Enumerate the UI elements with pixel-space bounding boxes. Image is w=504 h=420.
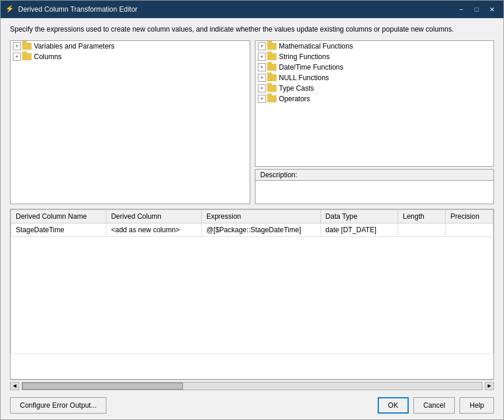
datetime-label: Date/Time Functions xyxy=(279,63,343,71)
typecast-label: Type Casts xyxy=(279,84,314,92)
footer-buttons: Configure Error Output... OK Cancel Help xyxy=(1,391,503,419)
scrollbar-track[interactable] xyxy=(22,382,482,390)
tree-item-typecast[interactable]: + Type Casts xyxy=(256,83,493,94)
left-panel[interactable]: + Variables and Parameters + Columns xyxy=(10,40,250,204)
expand-typecast[interactable]: + xyxy=(258,84,266,92)
cell-expression[interactable]: @[$Package::StageDateTime] xyxy=(201,223,320,237)
expand-null[interactable]: + xyxy=(258,74,266,82)
folder-icon-operators xyxy=(267,95,277,102)
col-header-datatype: Data Type xyxy=(320,210,398,223)
scrollbar-thumb[interactable] xyxy=(22,383,183,390)
math-label: Mathematical Functions xyxy=(279,42,353,50)
expand-datetime[interactable]: + xyxy=(258,63,266,71)
expand-string[interactable]: + xyxy=(258,53,266,61)
data-table: Derived Column Name Derived Column Expre… xyxy=(11,209,493,354)
minimize-button[interactable]: − xyxy=(454,4,468,15)
window-title: Derived Column Transformation Editor xyxy=(18,5,454,13)
cell-length[interactable] xyxy=(398,223,446,237)
table-row-empty[interactable] xyxy=(11,237,493,354)
tree-item-string[interactable]: + String Functions xyxy=(256,51,493,62)
expand-variables[interactable]: + xyxy=(13,42,21,50)
window-controls: − □ ✕ xyxy=(454,4,499,15)
cell-name[interactable]: StageDateTime xyxy=(11,223,106,237)
description-text: Specify the expressions used to create n… xyxy=(1,18,503,40)
operators-label: Operators xyxy=(279,95,310,103)
data-table-section: Derived Column Name Derived Column Expre… xyxy=(10,209,494,380)
cell-datatype[interactable]: date [DT_DATE] xyxy=(320,223,398,237)
expand-operators[interactable]: + xyxy=(258,95,266,103)
description-label: Description: xyxy=(256,170,493,181)
cell-precision[interactable] xyxy=(446,223,493,237)
scroll-left-arrow[interactable]: ◀ xyxy=(10,382,19,390)
cell-derived[interactable]: <add as new column> xyxy=(106,223,201,237)
table-row[interactable]: StageDateTime <add as new column> @[$Pac… xyxy=(11,223,493,237)
columns-label: Columns xyxy=(34,53,61,61)
tree-item-datetime[interactable]: + Date/Time Functions xyxy=(256,62,493,73)
maximize-button[interactable]: □ xyxy=(470,4,484,15)
folder-icon-null xyxy=(267,74,277,81)
description-content xyxy=(256,181,493,185)
expand-math[interactable]: + xyxy=(258,42,266,50)
null-label: NULL Functions xyxy=(279,74,329,82)
folder-icon-variables xyxy=(22,43,32,50)
horizontal-scrollbar[interactable]: ◀ ▶ xyxy=(10,380,494,391)
right-panel[interactable]: + Mathematical Functions + String Functi… xyxy=(255,40,494,167)
window-icon: ⚡ xyxy=(5,5,15,14)
folder-icon-datetime xyxy=(267,64,277,71)
close-button[interactable]: ✕ xyxy=(485,4,499,15)
tree-item-operators[interactable]: + Operators xyxy=(256,94,493,104)
string-label: String Functions xyxy=(279,53,330,61)
folder-icon-typecast xyxy=(267,85,277,92)
main-content: + Variables and Parameters + Columns + M… xyxy=(1,40,503,391)
col-header-precision: Precision xyxy=(446,210,493,223)
configure-error-button[interactable]: Configure Error Output... xyxy=(10,397,106,414)
col-header-expression: Expression xyxy=(201,210,320,223)
folder-icon-columns xyxy=(22,53,32,60)
tree-item-columns[interactable]: + Columns xyxy=(11,51,250,62)
tree-item-null[interactable]: + NULL Functions xyxy=(256,73,493,83)
folder-icon-math xyxy=(267,43,277,50)
top-panels: + Variables and Parameters + Columns + M… xyxy=(10,40,494,204)
table-scroll[interactable]: Derived Column Name Derived Column Expre… xyxy=(11,209,493,379)
col-header-name: Derived Column Name xyxy=(11,210,106,223)
description-panel: Description: xyxy=(255,169,494,204)
folder-icon-string xyxy=(267,53,277,60)
expand-columns[interactable]: + xyxy=(13,53,21,61)
ok-button[interactable]: OK xyxy=(378,397,409,414)
variables-label: Variables and Parameters xyxy=(34,42,115,50)
main-window: ⚡ Derived Column Transformation Editor −… xyxy=(0,0,504,420)
help-button[interactable]: Help xyxy=(460,397,494,414)
right-section: + Mathematical Functions + String Functi… xyxy=(255,40,494,204)
col-header-length: Length xyxy=(398,210,446,223)
scroll-right-arrow[interactable]: ▶ xyxy=(485,382,494,390)
tree-item-variables[interactable]: + Variables and Parameters xyxy=(11,41,250,51)
tree-item-math[interactable]: + Mathematical Functions xyxy=(256,41,493,51)
col-header-derived: Derived Column xyxy=(106,210,201,223)
cancel-button[interactable]: Cancel xyxy=(413,397,455,414)
title-bar: ⚡ Derived Column Transformation Editor −… xyxy=(1,1,503,18)
